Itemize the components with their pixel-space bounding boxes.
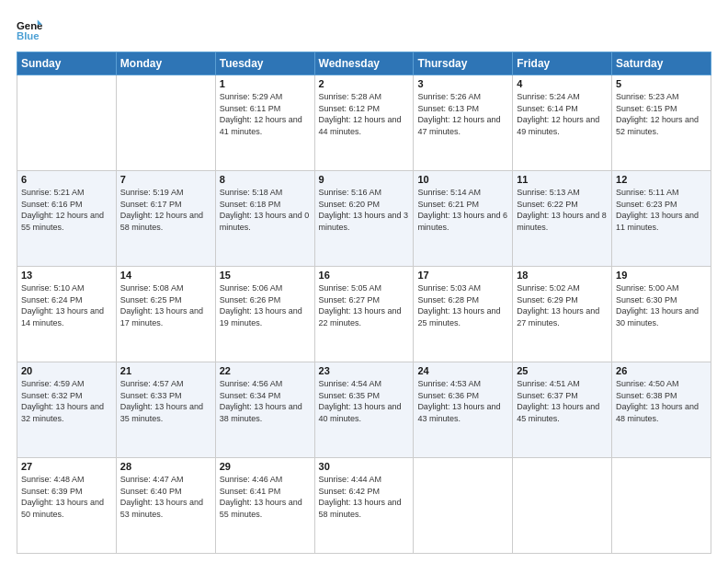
day-info: Sunrise: 4:50 AMSunset: 6:38 PMDaylight:… [616,378,707,424]
calendar-cell: 6 Sunrise: 5:21 AMSunset: 6:16 PMDayligh… [17,171,117,267]
day-number: 12 [616,174,707,185]
day-info: Sunrise: 5:11 AMSunset: 6:23 PMDaylight:… [616,187,707,233]
day-info: Sunrise: 5:26 AMSunset: 6:13 PMDaylight:… [417,91,508,137]
calendar-cell: 17 Sunrise: 5:03 AMSunset: 6:28 PMDaylig… [414,267,513,362]
calendar-cell: 4 Sunrise: 5:24 AMSunset: 6:14 PMDayligh… [513,75,612,171]
day-number: 20 [21,365,112,376]
day-info: Sunrise: 4:44 AMSunset: 6:42 PMDaylight:… [319,474,410,520]
day-info: Sunrise: 4:48 AMSunset: 6:39 PMDaylight:… [21,474,112,520]
day-info: Sunrise: 5:00 AMSunset: 6:30 PMDaylight:… [616,282,707,328]
day-number: 7 [120,174,211,185]
day-info: Sunrise: 5:08 AMSunset: 6:25 PMDaylight:… [120,282,211,328]
calendar-day-header: Monday [116,52,215,75]
day-info: Sunrise: 5:23 AMSunset: 6:15 PMDaylight:… [616,91,707,137]
calendar-cell: 27 Sunrise: 4:48 AMSunset: 6:39 PMDaylig… [17,458,117,554]
calendar-header-row: SundayMondayTuesdayWednesdayThursdayFrid… [17,52,711,75]
calendar-cell: 13 Sunrise: 5:10 AMSunset: 6:24 PMDaylig… [17,267,117,362]
calendar-cell: 5 Sunrise: 5:23 AMSunset: 6:15 PMDayligh… [612,75,711,171]
calendar-cell: 22 Sunrise: 4:56 AMSunset: 6:34 PMDaylig… [215,362,314,458]
day-number: 5 [616,78,707,89]
day-info: Sunrise: 4:51 AMSunset: 6:37 PMDaylight:… [517,378,608,424]
day-info: Sunrise: 4:59 AMSunset: 6:32 PMDaylight:… [21,378,112,424]
calendar-week-row: 6 Sunrise: 5:21 AMSunset: 6:16 PMDayligh… [17,171,711,267]
calendar-cell [612,458,711,554]
calendar-cell: 2 Sunrise: 5:28 AMSunset: 6:12 PMDayligh… [314,75,414,171]
calendar-cell: 3 Sunrise: 5:26 AMSunset: 6:13 PMDayligh… [414,75,513,171]
day-number: 19 [616,270,707,281]
calendar-day-header: Saturday [612,52,711,75]
calendar-week-row: 1 Sunrise: 5:29 AMSunset: 6:11 PMDayligh… [17,75,711,171]
calendar-cell: 26 Sunrise: 4:50 AMSunset: 6:38 PMDaylig… [612,362,711,458]
calendar-week-row: 20 Sunrise: 4:59 AMSunset: 6:32 PMDaylig… [17,362,711,458]
day-info: Sunrise: 5:24 AMSunset: 6:14 PMDaylight:… [517,91,608,137]
calendar-cell: 11 Sunrise: 5:13 AMSunset: 6:22 PMDaylig… [513,171,612,267]
header: General Blue [17,17,711,42]
day-number: 2 [319,78,410,89]
calendar-cell: 14 Sunrise: 5:08 AMSunset: 6:25 PMDaylig… [116,267,215,362]
day-info: Sunrise: 4:46 AMSunset: 6:41 PMDaylight:… [220,474,311,520]
calendar-day-header: Thursday [414,52,513,75]
day-number: 11 [517,174,608,185]
calendar-week-row: 13 Sunrise: 5:10 AMSunset: 6:24 PMDaylig… [17,267,711,362]
calendar-cell: 24 Sunrise: 4:53 AMSunset: 6:36 PMDaylig… [414,362,513,458]
calendar-cell [116,75,215,171]
calendar-cell: 12 Sunrise: 5:11 AMSunset: 6:23 PMDaylig… [612,171,711,267]
day-info: Sunrise: 5:14 AMSunset: 6:21 PMDaylight:… [417,187,508,233]
day-number: 1 [220,78,311,89]
calendar-cell: 18 Sunrise: 5:02 AMSunset: 6:29 PMDaylig… [513,267,612,362]
calendar-cell: 8 Sunrise: 5:18 AMSunset: 6:18 PMDayligh… [215,171,314,267]
day-info: Sunrise: 4:47 AMSunset: 6:40 PMDaylight:… [120,474,211,520]
calendar-cell: 23 Sunrise: 4:54 AMSunset: 6:35 PMDaylig… [314,362,414,458]
day-number: 10 [417,174,508,185]
day-info: Sunrise: 5:03 AMSunset: 6:28 PMDaylight:… [417,282,508,328]
day-number: 24 [417,365,508,376]
day-info: Sunrise: 5:29 AMSunset: 6:11 PMDaylight:… [220,91,311,137]
calendar-day-header: Sunday [17,52,117,75]
calendar-day-header: Tuesday [215,52,314,75]
day-info: Sunrise: 5:18 AMSunset: 6:18 PMDaylight:… [220,187,311,233]
calendar-cell: 7 Sunrise: 5:19 AMSunset: 6:17 PMDayligh… [116,171,215,267]
day-info: Sunrise: 4:57 AMSunset: 6:33 PMDaylight:… [120,378,211,424]
calendar-week-row: 27 Sunrise: 4:48 AMSunset: 6:39 PMDaylig… [17,458,711,554]
day-info: Sunrise: 5:02 AMSunset: 6:29 PMDaylight:… [517,282,608,328]
day-info: Sunrise: 4:56 AMSunset: 6:34 PMDaylight:… [220,378,311,424]
day-number: 30 [319,461,410,472]
calendar-day-header: Friday [513,52,612,75]
day-number: 8 [220,174,311,185]
day-info: Sunrise: 5:13 AMSunset: 6:22 PMDaylight:… [517,187,608,233]
calendar-cell: 29 Sunrise: 4:46 AMSunset: 6:41 PMDaylig… [215,458,314,554]
page: General Blue SundayMondayTuesdayWednesda… [0,0,728,563]
calendar-cell: 21 Sunrise: 4:57 AMSunset: 6:33 PMDaylig… [116,362,215,458]
day-number: 29 [220,461,311,472]
day-number: 27 [21,461,112,472]
day-info: Sunrise: 5:05 AMSunset: 6:27 PMDaylight:… [319,282,410,328]
day-number: 6 [21,174,112,185]
calendar-cell: 28 Sunrise: 4:47 AMSunset: 6:40 PMDaylig… [116,458,215,554]
day-number: 28 [120,461,211,472]
calendar-cell [414,458,513,554]
logo-icon: General Blue [17,17,42,42]
day-number: 21 [120,365,211,376]
day-info: Sunrise: 5:19 AMSunset: 6:17 PMDaylight:… [120,187,211,233]
day-info: Sunrise: 5:16 AMSunset: 6:20 PMDaylight:… [319,187,410,233]
calendar-cell: 16 Sunrise: 5:05 AMSunset: 6:27 PMDaylig… [314,267,414,362]
day-number: 3 [417,78,508,89]
logo: General Blue [17,17,46,42]
day-number: 26 [616,365,707,376]
day-info: Sunrise: 4:54 AMSunset: 6:35 PMDaylight:… [319,378,410,424]
day-info: Sunrise: 5:10 AMSunset: 6:24 PMDaylight:… [21,282,112,328]
calendar-day-header: Wednesday [314,52,414,75]
day-number: 14 [120,270,211,281]
calendar-cell: 15 Sunrise: 5:06 AMSunset: 6:26 PMDaylig… [215,267,314,362]
day-number: 16 [319,270,410,281]
day-number: 23 [319,365,410,376]
calendar-cell: 30 Sunrise: 4:44 AMSunset: 6:42 PMDaylig… [314,458,414,554]
calendar-cell: 20 Sunrise: 4:59 AMSunset: 6:32 PMDaylig… [17,362,117,458]
calendar-cell: 25 Sunrise: 4:51 AMSunset: 6:37 PMDaylig… [513,362,612,458]
day-info: Sunrise: 5:28 AMSunset: 6:12 PMDaylight:… [319,91,410,137]
day-number: 13 [21,270,112,281]
day-number: 18 [517,270,608,281]
day-number: 17 [417,270,508,281]
day-info: Sunrise: 5:06 AMSunset: 6:26 PMDaylight:… [220,282,311,328]
day-number: 9 [319,174,410,185]
